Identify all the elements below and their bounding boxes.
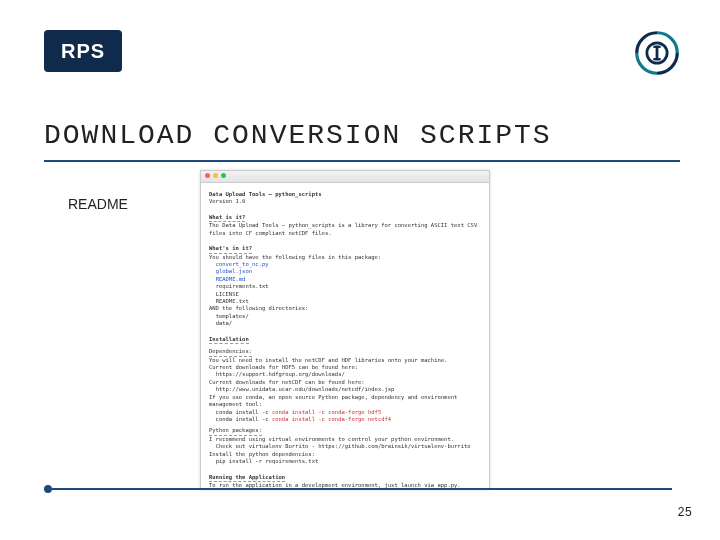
what-is-body: The Data Upload Tools — python_scripts i… — [209, 222, 481, 237]
section-whats-in: What's in it? — [209, 245, 252, 253]
dirs-lead: AND the following directories: — [209, 305, 481, 312]
rps-logo: RPS — [44, 30, 122, 72]
svg-rect-3 — [653, 58, 660, 60]
file-readme: README.md — [209, 276, 481, 283]
section-what-is: What is it? — [209, 214, 245, 222]
slide-title: DOWNLOAD CONVERSION SCRIPTS — [44, 120, 552, 151]
svg-rect-2 — [653, 46, 660, 48]
doc-title: Data Upload Tools — python_scripts — [209, 191, 481, 198]
maximize-icon[interactable] — [221, 173, 226, 178]
readme-label: README — [68, 196, 128, 212]
readme-document-window: Data Upload Tools — python_scripts Versi… — [200, 170, 490, 490]
dep-body: You will need to install the netCDF and … — [209, 357, 481, 364]
file-req: requirements.txt — [209, 283, 481, 290]
dep-lead: Current downloads for HDF5 can be found … — [209, 364, 481, 371]
dep-heading: Dependencies: — [209, 348, 252, 356]
py-body3: Install the python dependencies: — [209, 451, 481, 458]
py-body1: I recommend using virtual environments t… — [209, 436, 481, 443]
section-run: Running the Application — [209, 474, 285, 482]
readme-body: Data Upload Tools — python_scripts Versi… — [201, 183, 489, 490]
whats-in-lead: You should have the following files in t… — [209, 254, 481, 261]
file-convert: convert_to_nc.py — [209, 261, 481, 268]
doc-version: Version 1.0 — [209, 198, 481, 205]
minimize-icon[interactable] — [213, 173, 218, 178]
file-global: global.json — [209, 268, 481, 275]
close-icon[interactable] — [205, 173, 210, 178]
dep-lead2: Current downloads for netCDF can be foun… — [209, 379, 481, 386]
py-cmd: pip install -r requirements.txt — [209, 458, 481, 465]
window-titlebar — [201, 171, 489, 183]
dep-conda1: conda install -c conda install -c conda-… — [209, 409, 481, 416]
footer-bullet — [44, 485, 52, 493]
rps-logo-text: RPS — [61, 40, 105, 63]
footer-rule — [52, 488, 672, 490]
py-heading: Python packages: — [209, 427, 262, 435]
dep-conda2: conda install -c conda install -c conda-… — [209, 416, 481, 423]
dir-data: data/ — [209, 320, 481, 327]
page-number: 25 — [678, 506, 692, 520]
py-body2: Check out virtualenv Burrito - https://g… — [209, 443, 481, 450]
file-license: LICENSE — [209, 291, 481, 298]
dir-templates: templates/ — [209, 313, 481, 320]
file-readmetxt: README.txt — [209, 298, 481, 305]
institute-icon — [634, 30, 680, 76]
dep-url1: https://support.hdfgroup.org/downloads/ — [209, 371, 481, 378]
dep-url2: http://www.unidata.ucar.edu/downloads/ne… — [209, 386, 481, 393]
title-underline — [44, 160, 680, 162]
dep-conda-lead: If you use conda, an open source Python … — [209, 394, 481, 409]
section-install: Installation — [209, 336, 249, 344]
